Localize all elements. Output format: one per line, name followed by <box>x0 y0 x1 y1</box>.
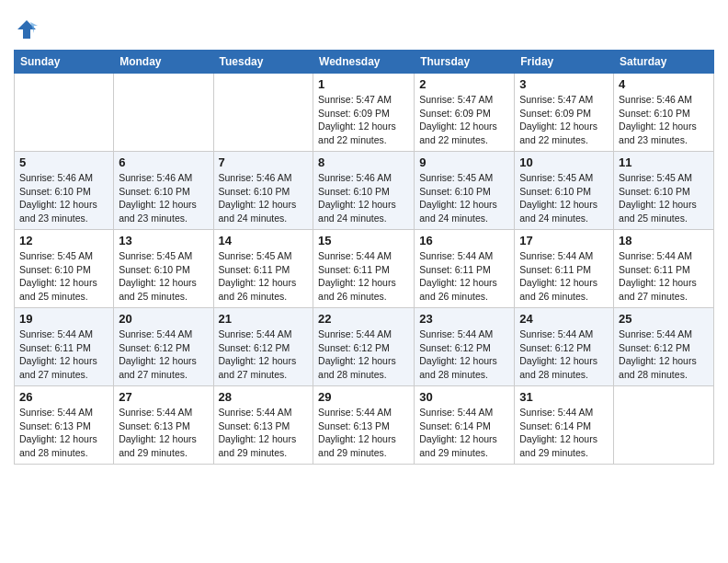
calendar-cell <box>114 74 213 152</box>
calendar-header-row: SundayMondayTuesdayWednesdayThursdayFrid… <box>15 51 714 74</box>
day-info: Sunrise: 5:44 AMSunset: 6:13 PMDaylight:… <box>119 406 208 460</box>
day-info: Sunrise: 5:47 AMSunset: 6:09 PMDaylight:… <box>519 93 609 147</box>
day-number: 29 <box>318 390 409 404</box>
calendar-cell: 4Sunrise: 5:46 AMSunset: 6:10 PMDaylight… <box>614 74 714 152</box>
day-number: 14 <box>219 234 309 247</box>
weekday-header: Tuesday <box>213 51 313 74</box>
calendar-cell: 3Sunrise: 5:47 AMSunset: 6:09 PMDaylight… <box>515 74 614 152</box>
day-info: Sunrise: 5:45 AMSunset: 6:10 PMDaylight:… <box>419 171 509 225</box>
day-number: 21 <box>219 312 309 326</box>
calendar-week-row: 26Sunrise: 5:44 AMSunset: 6:13 PMDayligh… <box>15 386 714 465</box>
day-info: Sunrise: 5:44 AMSunset: 6:13 PMDaylight:… <box>219 406 309 460</box>
day-number: 23 <box>419 312 509 326</box>
day-info: Sunrise: 5:44 AMSunset: 6:13 PMDaylight:… <box>19 406 108 460</box>
day-info: Sunrise: 5:44 AMSunset: 6:14 PMDaylight:… <box>519 406 609 460</box>
weekday-header: Saturday <box>614 51 714 74</box>
calendar-cell: 20Sunrise: 5:44 AMSunset: 6:12 PMDayligh… <box>114 308 213 386</box>
calendar-cell <box>15 74 114 152</box>
calendar-cell: 10Sunrise: 5:45 AMSunset: 6:10 PMDayligh… <box>515 152 614 230</box>
calendar-cell: 6Sunrise: 5:46 AMSunset: 6:10 PMDaylight… <box>114 152 213 230</box>
calendar-cell: 25Sunrise: 5:44 AMSunset: 6:12 PMDayligh… <box>614 308 714 386</box>
calendar-cell: 15Sunrise: 5:44 AMSunset: 6:11 PMDayligh… <box>313 230 415 308</box>
day-number: 26 <box>19 390 108 404</box>
day-info: Sunrise: 5:44 AMSunset: 6:12 PMDaylight:… <box>219 327 309 382</box>
calendar-cell: 26Sunrise: 5:44 AMSunset: 6:13 PMDayligh… <box>15 386 114 465</box>
weekday-header: Sunday <box>15 51 114 74</box>
day-info: Sunrise: 5:46 AMSunset: 6:10 PMDaylight:… <box>119 171 208 225</box>
day-info: Sunrise: 5:46 AMSunset: 6:10 PMDaylight:… <box>318 171 409 225</box>
calendar-cell: 9Sunrise: 5:45 AMSunset: 6:10 PMDaylight… <box>415 152 515 230</box>
day-info: Sunrise: 5:45 AMSunset: 6:10 PMDaylight:… <box>19 249 108 304</box>
day-number: 25 <box>619 312 709 326</box>
day-number: 31 <box>519 390 609 404</box>
day-number: 24 <box>519 312 609 326</box>
calendar-cell: 14Sunrise: 5:45 AMSunset: 6:11 PMDayligh… <box>213 230 313 308</box>
day-number: 15 <box>318 234 409 247</box>
day-number: 22 <box>318 312 409 326</box>
day-number: 6 <box>119 155 208 169</box>
calendar-cell: 21Sunrise: 5:44 AMSunset: 6:12 PMDayligh… <box>213 308 313 386</box>
day-info: Sunrise: 5:44 AMSunset: 6:11 PMDaylight:… <box>419 249 509 304</box>
day-info: Sunrise: 5:47 AMSunset: 6:09 PMDaylight:… <box>419 93 509 147</box>
day-number: 2 <box>419 77 509 91</box>
calendar-cell: 8Sunrise: 5:46 AMSunset: 6:10 PMDaylight… <box>313 152 415 230</box>
weekday-header: Friday <box>515 51 614 74</box>
day-info: Sunrise: 5:44 AMSunset: 6:11 PMDaylight:… <box>19 327 108 382</box>
calendar: SundayMondayTuesdayWednesdayThursdayFrid… <box>14 50 714 465</box>
day-info: Sunrise: 5:44 AMSunset: 6:12 PMDaylight:… <box>419 327 509 382</box>
page-header <box>14 9 714 42</box>
calendar-cell: 12Sunrise: 5:45 AMSunset: 6:10 PMDayligh… <box>15 230 114 308</box>
calendar-cell: 11Sunrise: 5:45 AMSunset: 6:10 PMDayligh… <box>614 152 714 230</box>
day-info: Sunrise: 5:45 AMSunset: 6:10 PMDaylight:… <box>119 249 208 304</box>
day-info: Sunrise: 5:45 AMSunset: 6:11 PMDaylight:… <box>219 249 309 304</box>
calendar-cell <box>213 74 313 152</box>
calendar-cell: 29Sunrise: 5:44 AMSunset: 6:13 PMDayligh… <box>313 386 415 465</box>
logo-icon <box>14 17 40 42</box>
day-number: 5 <box>19 155 108 169</box>
day-number: 17 <box>519 234 609 247</box>
day-number: 3 <box>519 77 609 91</box>
day-info: Sunrise: 5:46 AMSunset: 6:10 PMDaylight:… <box>619 93 709 147</box>
calendar-cell: 7Sunrise: 5:46 AMSunset: 6:10 PMDaylight… <box>213 152 313 230</box>
calendar-cell: 5Sunrise: 5:46 AMSunset: 6:10 PMDaylight… <box>15 152 114 230</box>
day-number: 16 <box>419 234 509 247</box>
calendar-cell: 30Sunrise: 5:44 AMSunset: 6:14 PMDayligh… <box>415 386 515 465</box>
day-number: 30 <box>419 390 509 404</box>
day-info: Sunrise: 5:44 AMSunset: 6:12 PMDaylight:… <box>318 327 409 382</box>
day-info: Sunrise: 5:44 AMSunset: 6:11 PMDaylight:… <box>318 249 409 304</box>
calendar-week-row: 12Sunrise: 5:45 AMSunset: 6:10 PMDayligh… <box>15 230 714 308</box>
day-info: Sunrise: 5:44 AMSunset: 6:12 PMDaylight:… <box>119 327 208 382</box>
calendar-cell: 17Sunrise: 5:44 AMSunset: 6:11 PMDayligh… <box>515 230 614 308</box>
calendar-cell: 28Sunrise: 5:44 AMSunset: 6:13 PMDayligh… <box>213 386 313 465</box>
day-number: 13 <box>119 234 208 247</box>
weekday-header: Monday <box>114 51 213 74</box>
day-number: 19 <box>19 312 108 326</box>
day-number: 20 <box>119 312 208 326</box>
calendar-cell: 24Sunrise: 5:44 AMSunset: 6:12 PMDayligh… <box>515 308 614 386</box>
weekday-header: Thursday <box>415 51 515 74</box>
day-number: 11 <box>619 155 709 169</box>
logo <box>14 17 41 42</box>
calendar-cell: 23Sunrise: 5:44 AMSunset: 6:12 PMDayligh… <box>415 308 515 386</box>
day-number: 28 <box>219 390 309 404</box>
day-info: Sunrise: 5:44 AMSunset: 6:13 PMDaylight:… <box>318 406 409 460</box>
day-number: 7 <box>219 155 309 169</box>
day-number: 9 <box>419 155 509 169</box>
day-info: Sunrise: 5:47 AMSunset: 6:09 PMDaylight:… <box>318 93 409 147</box>
calendar-week-row: 19Sunrise: 5:44 AMSunset: 6:11 PMDayligh… <box>15 308 714 386</box>
calendar-cell: 13Sunrise: 5:45 AMSunset: 6:10 PMDayligh… <box>114 230 213 308</box>
day-info: Sunrise: 5:46 AMSunset: 6:10 PMDaylight:… <box>19 171 108 225</box>
day-number: 18 <box>619 234 709 247</box>
day-number: 27 <box>119 390 208 404</box>
calendar-cell: 18Sunrise: 5:44 AMSunset: 6:11 PMDayligh… <box>614 230 714 308</box>
calendar-cell: 22Sunrise: 5:44 AMSunset: 6:12 PMDayligh… <box>313 308 415 386</box>
day-info: Sunrise: 5:45 AMSunset: 6:10 PMDaylight:… <box>619 171 709 225</box>
day-number: 1 <box>318 77 409 91</box>
day-info: Sunrise: 5:44 AMSunset: 6:11 PMDaylight:… <box>519 249 609 304</box>
day-number: 12 <box>19 234 108 247</box>
day-number: 10 <box>519 155 609 169</box>
calendar-cell: 16Sunrise: 5:44 AMSunset: 6:11 PMDayligh… <box>415 230 515 308</box>
day-info: Sunrise: 5:45 AMSunset: 6:10 PMDaylight:… <box>519 171 609 225</box>
day-info: Sunrise: 5:46 AMSunset: 6:10 PMDaylight:… <box>219 171 309 225</box>
day-number: 8 <box>318 155 409 169</box>
